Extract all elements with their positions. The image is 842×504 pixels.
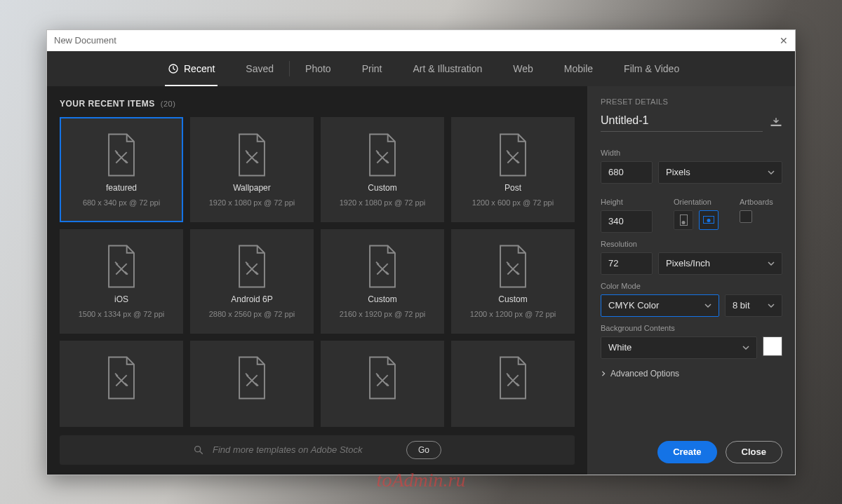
tab-mobile[interactable]: Mobile — [549, 51, 608, 86]
stock-search-input[interactable] — [213, 444, 398, 455]
preset-card-title: iOS — [114, 294, 128, 304]
chevron-down-icon — [742, 344, 749, 351]
orientation-landscape-button[interactable] — [699, 210, 719, 230]
preset-card[interactable] — [60, 341, 183, 427]
chevron-down-icon — [768, 169, 775, 176]
tab-label: Film & Video — [624, 63, 679, 74]
tab-label: Mobile — [564, 63, 593, 74]
titlebar: New Document ✕ — [47, 30, 795, 51]
preset-card[interactable] — [321, 341, 444, 427]
preset-details-panel: PRESET DETAILS Width Pixels Height — [587, 86, 795, 475]
tab-label: Art & Illustration — [413, 63, 482, 74]
preset-card[interactable]: Post1200 x 600 px @ 72 ppi — [451, 117, 575, 223]
background-contents-select[interactable]: White — [601, 336, 757, 359]
chevron-down-icon — [768, 260, 775, 267]
save-preset-icon[interactable] — [770, 117, 782, 127]
svg-point-1 — [195, 446, 201, 451]
tab-print[interactable]: Print — [347, 51, 398, 86]
background-contents-value: White — [608, 342, 632, 353]
height-label: Height — [601, 198, 653, 206]
preset-card[interactable] — [190, 341, 314, 427]
color-mode-select[interactable]: CMYK Color — [601, 294, 719, 317]
chevron-right-icon — [601, 371, 606, 376]
preset-card-subtitle: 1200 x 1200 px @ 72 ppi — [470, 310, 556, 318]
preset-card-title: Wallpaper — [233, 183, 271, 193]
width-input[interactable] — [608, 167, 645, 177]
clock-icon — [168, 63, 179, 74]
artboards-checkbox[interactable] — [740, 210, 752, 223]
tab-recent[interactable]: Recent — [152, 51, 230, 86]
width-unit-select[interactable]: Pixels — [658, 161, 782, 184]
preset-card[interactable]: iOS1500 x 1334 px @ 72 ppi — [60, 229, 183, 334]
preset-card[interactable]: featured680 x 340 px @ 72 ppi — [60, 117, 183, 223]
resolution-unit-value: Pixels/Inch — [666, 258, 710, 268]
tab-photo[interactable]: Photo — [290, 51, 347, 86]
preset-card[interactable]: Custom1200 x 1200 px @ 72 ppi — [451, 229, 575, 334]
preset-card[interactable] — [451, 341, 575, 427]
color-mode-label: Color Mode — [601, 282, 782, 290]
background-contents-label: Background Contents — [601, 324, 782, 332]
chevron-down-icon — [704, 302, 711, 309]
tab-label: Saved — [246, 63, 274, 74]
resolution-input[interactable] — [608, 258, 645, 268]
go-button[interactable]: Go — [406, 441, 441, 459]
preset-card-subtitle: 1920 x 1080 px @ 72 ppi — [209, 198, 295, 207]
preset-card-title: Custom — [498, 294, 527, 304]
preset-card-subtitle: 1200 x 600 px @ 72 ppi — [472, 198, 554, 207]
recent-panel: YOUR RECENT ITEMS (20) featured680 x 340… — [47, 86, 587, 475]
tab-label: Print — [362, 63, 382, 74]
preset-card-subtitle: 1500 x 1334 px @ 72 ppi — [79, 310, 164, 318]
preset-card-title: Custom — [368, 294, 396, 304]
window-title: New Document — [54, 35, 116, 46]
height-field[interactable] — [601, 210, 653, 233]
close-button[interactable]: Close — [726, 441, 782, 463]
new-document-dialog: New Document ✕ Recent Saved Photo Print … — [46, 29, 796, 475]
chevron-down-icon — [768, 302, 775, 309]
preset-card[interactable]: Custom2160 x 1920 px @ 72 ppi — [321, 229, 444, 334]
preset-card[interactable]: Wallpaper1920 x 1080 px @ 72 ppi — [190, 117, 314, 223]
preset-grid: featured680 x 340 px @ 72 ppi Wallpaper1… — [60, 117, 575, 427]
tab-art-illustration[interactable]: Art & Illustration — [397, 51, 497, 86]
preset-card-title: Post — [504, 183, 521, 193]
close-icon[interactable]: ✕ — [780, 35, 788, 46]
bit-depth-select[interactable]: 8 bit — [725, 294, 782, 317]
preset-details-heading: PRESET DETAILS — [601, 97, 782, 106]
category-tabs: Recent Saved Photo Print Art & Illustrat… — [47, 51, 795, 86]
resolution-unit-select[interactable]: Pixels/Inch — [658, 252, 782, 275]
preset-card[interactable]: Custom1920 x 1080 px @ 72 ppi — [321, 117, 444, 223]
resolution-field[interactable] — [601, 252, 653, 275]
preset-card-subtitle: 1920 x 1080 px @ 72 ppi — [340, 198, 425, 207]
bit-depth-value: 8 bit — [733, 300, 750, 311]
width-unit-value: Pixels — [666, 167, 690, 177]
orientation-portrait-button[interactable] — [674, 210, 693, 230]
recent-items-count: (20) — [161, 100, 176, 108]
tab-saved[interactable]: Saved — [230, 51, 289, 86]
preset-card-title: Custom — [368, 183, 396, 193]
preset-card-subtitle: 680 x 340 px @ 72 ppi — [83, 198, 160, 207]
tab-label: Photo — [305, 63, 331, 74]
preset-card-subtitle: 2160 x 1920 px @ 72 ppi — [340, 310, 425, 318]
background-color-swatch[interactable] — [763, 336, 782, 356]
tab-label: Recent — [184, 63, 215, 74]
color-mode-value: CMYK Color — [608, 300, 659, 311]
search-icon — [193, 444, 204, 456]
document-name-input[interactable] — [601, 113, 763, 132]
width-field[interactable] — [601, 161, 653, 184]
tab-film-video[interactable]: Film & Video — [608, 51, 695, 86]
preset-card[interactable]: Android 6P2880 x 2560 px @ 72 ppi — [190, 229, 314, 334]
preset-card-title: Android 6P — [231, 294, 272, 304]
resolution-label: Resolution — [601, 240, 782, 248]
advanced-options-toggle[interactable]: Advanced Options — [601, 369, 782, 379]
tab-web[interactable]: Web — [497, 51, 549, 86]
orientation-label: Orientation — [674, 198, 719, 206]
preset-card-title: featured — [106, 183, 137, 193]
height-input[interactable] — [608, 216, 645, 226]
create-button[interactable]: Create — [657, 441, 716, 463]
recent-items-heading: YOUR RECENT ITEMS — [60, 99, 155, 109]
stock-search-bar: Go — [60, 435, 575, 465]
preset-card-subtitle: 2880 x 2560 px @ 72 ppi — [209, 310, 295, 318]
width-label: Width — [601, 149, 782, 157]
tab-label: Web — [513, 63, 533, 74]
artboards-label: Artboards — [740, 198, 773, 206]
advanced-options-label: Advanced Options — [610, 369, 679, 379]
